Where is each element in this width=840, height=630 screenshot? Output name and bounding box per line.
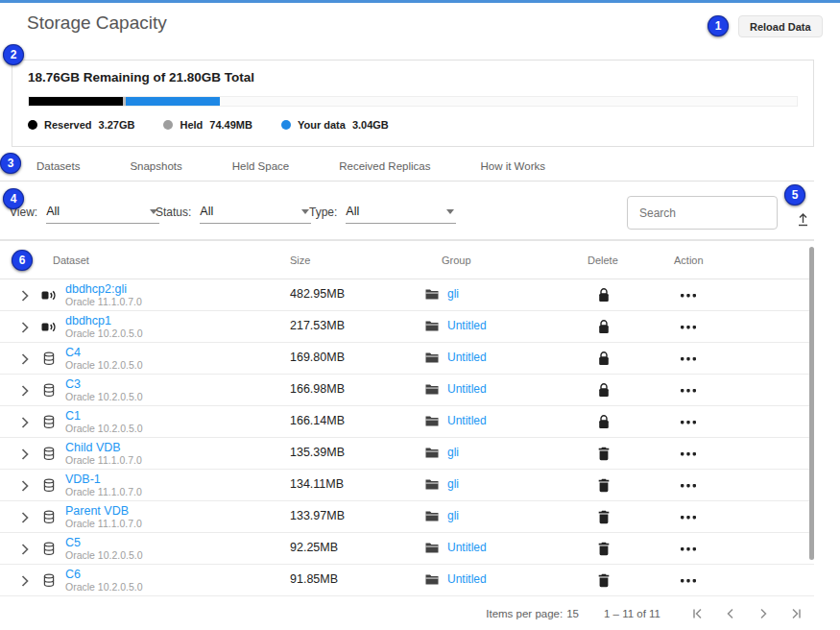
- export-icon[interactable]: [793, 209, 812, 229]
- view-filter: View: All: [10, 205, 159, 224]
- folder-icon: [425, 447, 439, 458]
- database-icon: [40, 477, 58, 493]
- dataset-name-link[interactable]: C4: [65, 346, 143, 359]
- expand-chevron-icon[interactable]: [17, 288, 33, 303]
- trash-icon[interactable]: [596, 509, 612, 525]
- tab-snapshots[interactable]: Snapshots: [130, 160, 181, 172]
- dataset-size: 91.85MB: [290, 572, 338, 586]
- page-title: Storage Capacity: [27, 12, 167, 34]
- folder-icon: [425, 542, 439, 553]
- folder-icon: [425, 415, 439, 426]
- column-header-group: Group: [442, 254, 471, 266]
- tab-received-replicas[interactable]: Received Replicas: [339, 160, 430, 172]
- dsource-icon: [40, 287, 58, 303]
- dataset-size: 169.80MB: [290, 351, 345, 364]
- page-range-label: 1 – 11 of 11: [604, 608, 660, 619]
- tab-how-it-works[interactable]: How it Works: [480, 160, 545, 172]
- datasets-table: Dataset Size Group Delete Action dbdhcp2…: [0, 240, 814, 596]
- row-actions-menu-icon[interactable]: [678, 351, 699, 366]
- lock-icon[interactable]: [596, 287, 612, 303]
- status-filter-label: Status:: [156, 205, 191, 219]
- trash-icon[interactable]: [596, 541, 612, 557]
- expand-chevron-icon[interactable]: [17, 510, 33, 525]
- callout-badge-4: 4: [3, 188, 24, 209]
- row-actions-menu-icon[interactable]: [678, 541, 699, 556]
- group-link[interactable]: Untitled: [447, 382, 487, 396]
- row-actions-menu-icon[interactable]: [678, 477, 699, 493]
- row-actions-menu-icon[interactable]: [678, 319, 699, 334]
- group-link[interactable]: gli: [447, 287, 459, 301]
- expand-chevron-icon[interactable]: [17, 573, 33, 589]
- group-link[interactable]: Untitled: [447, 572, 487, 586]
- database-icon: [40, 446, 58, 461]
- expand-chevron-icon[interactable]: [17, 415, 33, 430]
- view-filter-select[interactable]: All: [46, 205, 159, 224]
- dataset-size: 482.95MB: [290, 287, 345, 301]
- dataset-size: 92.25MB: [290, 541, 338, 554]
- group-link[interactable]: Untitled: [447, 414, 487, 427]
- expand-chevron-icon[interactable]: [17, 478, 33, 494]
- reload-data-button[interactable]: Reload Data: [738, 15, 823, 37]
- legend-item-reserved: Reserved 3.27GB: [28, 119, 134, 131]
- dataset-name-link[interactable]: C6: [65, 568, 143, 581]
- dataset-name-link[interactable]: Parent VDB: [65, 504, 142, 518]
- dataset-name-link[interactable]: Child VDB: [65, 441, 142, 454]
- group-link[interactable]: Untitled: [447, 319, 487, 332]
- expand-chevron-icon[interactable]: [17, 351, 33, 367]
- previous-page-icon[interactable]: [722, 605, 739, 622]
- row-actions-menu-icon[interactable]: [678, 414, 699, 429]
- dataset-name-link[interactable]: dbdhcp1: [65, 314, 143, 327]
- expand-chevron-icon[interactable]: [17, 320, 33, 335]
- legend-your-data-value: 3.04GB: [352, 119, 389, 131]
- group-link[interactable]: gli: [447, 509, 459, 522]
- row-actions-menu-icon[interactable]: [678, 446, 699, 461]
- view-filter-value: All: [46, 205, 60, 218]
- trash-icon[interactable]: [596, 446, 612, 462]
- lock-icon[interactable]: [596, 319, 612, 335]
- next-page-icon[interactable]: [755, 605, 772, 622]
- status-filter-select[interactable]: All: [200, 205, 311, 224]
- row-actions-menu-icon[interactable]: [678, 509, 699, 524]
- row-actions-menu-icon[interactable]: [678, 287, 699, 303]
- lock-icon[interactable]: [596, 351, 612, 367]
- lock-icon[interactable]: [596, 414, 612, 430]
- expand-chevron-icon[interactable]: [17, 447, 33, 462]
- tab-held-space[interactable]: Held Space: [232, 160, 289, 172]
- expand-chevron-icon[interactable]: [17, 542, 33, 557]
- dataset-name-link[interactable]: C1: [65, 409, 143, 423]
- lock-icon[interactable]: [596, 382, 612, 399]
- folder-icon: [425, 320, 439, 331]
- group-link[interactable]: Untitled: [447, 351, 487, 364]
- group-link[interactable]: Untitled: [447, 541, 487, 554]
- expand-chevron-icon[interactable]: [17, 383, 33, 399]
- trash-icon[interactable]: [596, 572, 612, 589]
- filter-toolbar: View: All Status: All Type: All: [0, 188, 814, 240]
- dataset-subtitle: Oracle 11.1.0.7.0: [65, 454, 142, 466]
- dataset-size: 135.39MB: [290, 446, 345, 459]
- dataset-name-link[interactable]: dbdhcp2:gli: [65, 282, 142, 296]
- first-page-icon[interactable]: [689, 605, 707, 622]
- vertical-scrollbar[interactable]: [809, 247, 814, 560]
- trash-icon[interactable]: [596, 477, 612, 494]
- tab-datasets[interactable]: Datasets: [36, 160, 80, 172]
- capacity-bar: [28, 96, 798, 107]
- table-row: C5 Oracle 10.2.0.5.0 92.25MB Untitled: [0, 533, 814, 565]
- row-actions-menu-icon[interactable]: [678, 572, 699, 588]
- search-input[interactable]: [627, 196, 778, 230]
- dataset-name-link[interactable]: C3: [65, 377, 143, 391]
- items-per-page-value[interactable]: 15: [566, 608, 579, 619]
- table-header-row: Dataset Size Group Delete Action: [0, 241, 814, 279]
- held-dot-icon: [163, 120, 173, 130]
- dataset-subtitle: Oracle 10.2.0.5.0: [65, 581, 143, 593]
- dataset-subtitle: Oracle 10.2.0.5.0: [65, 327, 143, 339]
- capacity-summary-text: 18.76GB Remaining of 21.80GB Total: [28, 70, 798, 85]
- table-row: C4 Oracle 10.2.0.5.0 169.80MB Untitled: [0, 343, 814, 375]
- folder-icon: [425, 510, 439, 521]
- group-link[interactable]: gli: [447, 446, 459, 459]
- dataset-name-link[interactable]: C5: [65, 536, 143, 549]
- last-page-icon[interactable]: [787, 605, 804, 622]
- type-filter-select[interactable]: All: [346, 205, 456, 224]
- row-actions-menu-icon[interactable]: [678, 382, 699, 398]
- group-link[interactable]: gli: [447, 477, 459, 491]
- dataset-name-link[interactable]: VDB-1: [65, 472, 142, 486]
